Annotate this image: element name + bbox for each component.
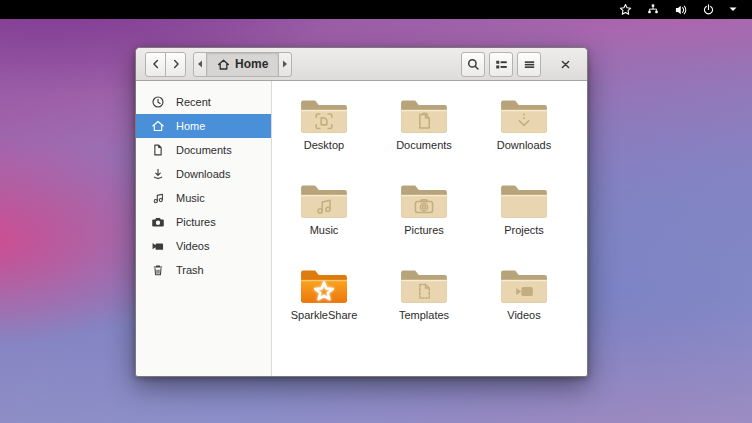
music-icon <box>150 190 166 206</box>
file-label: Music <box>310 224 339 236</box>
folder-icon <box>499 180 549 222</box>
chevron-down-icon[interactable] <box>722 0 744 19</box>
trash-icon <box>150 262 166 278</box>
favorites-star-icon[interactable] <box>612 0 639 19</box>
folder-icon <box>399 265 449 307</box>
folder-icon <box>299 180 349 222</box>
file-label: Projects <box>504 224 544 236</box>
sidebar-item-label: Downloads <box>176 168 230 180</box>
path-scroll-right-button[interactable] <box>278 52 292 77</box>
sidebar-item-documents[interactable]: Documents <box>136 138 271 162</box>
videos-icon <box>150 238 166 254</box>
file-tile-videos[interactable]: Videos <box>474 263 574 348</box>
location-home-button[interactable]: Home <box>206 52 279 77</box>
folder-icon <box>399 95 449 137</box>
file-label: Pictures <box>404 224 444 236</box>
search-button[interactable] <box>461 52 485 77</box>
file-tile-documents[interactable]: Documents <box>374 93 474 178</box>
file-tile-pictures[interactable]: Pictures <box>374 178 474 263</box>
back-button[interactable] <box>145 52 166 77</box>
file-label: Templates <box>399 309 449 321</box>
sidebar-item-trash[interactable]: Trash <box>136 258 271 282</box>
file-label: Documents <box>396 139 452 151</box>
sidebar-item-videos[interactable]: Videos <box>136 234 271 258</box>
path-bar: Home <box>193 52 292 77</box>
file-manager-window: Home <box>135 47 588 377</box>
sidebar-item-recent[interactable]: Recent <box>136 90 271 114</box>
file-tile-desktop[interactable]: Desktop <box>274 93 374 178</box>
folder-icon <box>499 265 549 307</box>
sidebar-item-home[interactable]: Home <box>136 114 271 138</box>
sidebar-item-label: Recent <box>176 96 211 108</box>
sidebar-item-label: Trash <box>176 264 204 276</box>
sidebar-item-label: Music <box>176 192 205 204</box>
close-button[interactable] <box>552 51 578 77</box>
headerbar-actions <box>461 52 541 77</box>
file-tile-projects[interactable]: Projects <box>474 178 574 263</box>
pictures-icon <box>150 214 166 230</box>
sidebar-item-label: Videos <box>176 240 209 252</box>
menu-button[interactable] <box>517 52 541 77</box>
sidebar: Recent Home Documents Downloads <box>136 81 272 376</box>
sidebar-item-label: Home <box>176 120 205 132</box>
sidebar-item-pictures[interactable]: Pictures <box>136 210 271 234</box>
file-label: Downloads <box>497 139 551 151</box>
file-label: Desktop <box>304 139 344 151</box>
home-icon <box>150 118 166 134</box>
folder-icon <box>399 180 449 222</box>
window-body: Recent Home Documents Downloads <box>136 81 587 376</box>
folder-orange-icon <box>299 265 349 307</box>
file-tile-sparkleshare[interactable]: SparkleShare <box>274 263 374 348</box>
path-scroll-left-button[interactable] <box>193 52 207 77</box>
view-toggle-button[interactable] <box>489 52 513 77</box>
top-bar <box>0 0 752 19</box>
file-tile-downloads[interactable]: Downloads <box>474 93 574 178</box>
recent-icon <box>150 94 166 110</box>
icon-grid: Desktop Documents <box>274 93 587 348</box>
history-nav-group <box>145 52 186 77</box>
folder-icon <box>499 95 549 137</box>
location-label: Home <box>235 57 268 71</box>
file-view: Desktop Documents <box>272 81 587 376</box>
forward-button[interactable] <box>165 52 186 77</box>
downloads-icon <box>150 166 166 182</box>
file-label: SparkleShare <box>291 309 358 321</box>
sidebar-item-label: Documents <box>176 144 232 156</box>
folder-icon <box>299 95 349 137</box>
documents-icon <box>150 142 166 158</box>
power-icon[interactable] <box>695 0 722 19</box>
home-icon <box>217 58 230 71</box>
volume-icon[interactable] <box>667 0 695 19</box>
network-icon[interactable] <box>639 0 667 19</box>
sidebar-item-downloads[interactable]: Downloads <box>136 162 271 186</box>
sidebar-item-label: Pictures <box>176 216 216 228</box>
file-tile-music[interactable]: Music <box>274 178 374 263</box>
header-bar: Home <box>136 48 587 81</box>
file-label: Videos <box>507 309 540 321</box>
sidebar-item-music[interactable]: Music <box>136 186 271 210</box>
file-tile-templates[interactable]: Templates <box>374 263 474 348</box>
